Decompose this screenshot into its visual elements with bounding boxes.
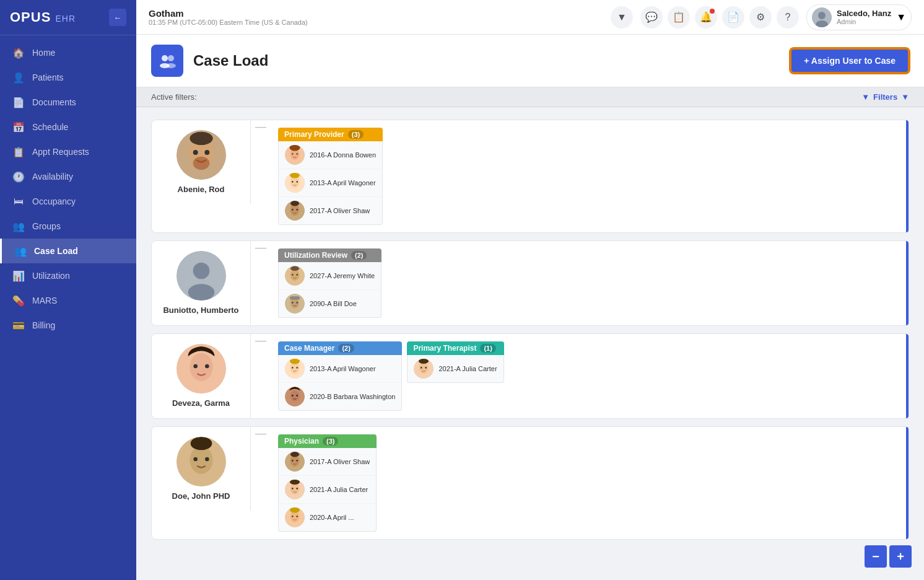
svg-point-27 <box>290 201 299 206</box>
case-row-2: Deveza, Garma —Case Manager(2) 2013-A Ap… <box>151 333 909 419</box>
notification-icon-btn[interactable]: 🔔 <box>695 6 717 29</box>
role-header-2-1: Primary Therapist(1) <box>407 341 503 355</box>
sidebar-item-mars[interactable]: 💊MARS <box>0 288 136 313</box>
svg-point-11 <box>204 150 209 155</box>
sidebar-item-occupancy[interactable]: 🛏Occupancy <box>0 189 136 214</box>
svg-point-46 <box>290 362 300 374</box>
provider-name-3: Doe, John PHD <box>172 491 230 501</box>
svg-point-55 <box>419 362 429 374</box>
sidebar-item-appt-requests[interactable]: 📋Appt Requests <box>0 139 136 164</box>
settings-icon-btn[interactable]: ⚙ <box>749 6 772 29</box>
patient-avatar <box>285 266 305 286</box>
patient-avatar <box>414 359 434 379</box>
back-button[interactable]: ← <box>109 9 126 26</box>
sidebar-item-documents[interactable]: 📄Documents <box>0 90 136 115</box>
patient-name: 2017-A Oliver Shaw <box>310 458 370 465</box>
role-group-2-1: Primary Therapist(1) 2021-A Julia Carter <box>407 341 503 411</box>
svg-point-6 <box>166 63 176 68</box>
list-item[interactable]: 2013-A April Wagoner <box>279 169 382 197</box>
patient-avatar <box>285 452 305 472</box>
sidebar-item-case-load[interactable]: 👥Case Load <box>0 239 136 263</box>
role-group-3-0: Physician(3) 2017-A Oliver Shaw <box>278 434 377 532</box>
svg-point-62 <box>205 457 209 462</box>
sidebar-label-occupancy: Occupancy <box>32 196 76 206</box>
svg-point-70 <box>290 483 300 494</box>
zoom-plus-button[interactable]: + <box>889 545 912 568</box>
svg-point-68 <box>290 452 299 457</box>
list-item[interactable]: 2013-A April Wagoner <box>279 355 401 383</box>
provider-card-1[interactable]: Buniotto, Humberto <box>152 241 251 325</box>
svg-point-56 <box>421 367 422 369</box>
provider-photo-3 <box>177 437 226 486</box>
svg-point-33 <box>292 274 294 276</box>
patient-avatar <box>285 387 305 406</box>
sidebar-label-schedule: Schedule <box>32 122 68 132</box>
connector-2: — <box>251 334 271 347</box>
sidebar-item-groups[interactable]: 👥Groups <box>0 214 136 239</box>
sidebar-label-billing: Billing <box>32 320 55 330</box>
provider-card-2[interactable]: Deveza, Garma <box>152 334 251 418</box>
list-item[interactable]: 2016-A Donna Bowen <box>279 141 382 169</box>
page-header: Case Load + Assign User to Case <box>136 35 924 87</box>
list-item[interactable]: 2017-A Oliver Shaw <box>279 197 382 224</box>
chat-icon-btn[interactable]: 💬 <box>640 6 663 29</box>
billing-icon: 💳 <box>12 319 25 332</box>
list-item[interactable]: 2027-A Jeremy White <box>279 262 381 290</box>
svg-point-30 <box>188 284 214 301</box>
document-icon-btn[interactable]: 📄 <box>722 6 744 29</box>
zoom-controls: − + <box>865 545 912 568</box>
provider-card-3[interactable]: Doe, John PHD <box>152 427 251 511</box>
list-item[interactable]: 2020-A April ... <box>279 504 376 531</box>
help-icon-btn[interactable]: ? <box>777 6 799 29</box>
sidebar-item-patients[interactable]: 👤Patients <box>0 65 136 90</box>
list-item[interactable]: 2090-A Bill Doe <box>279 290 381 317</box>
patient-name: 2021-A Julia Carter <box>438 365 497 372</box>
case-row-1: Buniotto, Humberto —Utilization Review(2… <box>151 240 909 326</box>
provider-photo-2 <box>177 344 226 393</box>
schedule-icon: 📅 <box>12 121 25 133</box>
sidebar-item-billing[interactable]: 💳Billing <box>0 313 136 338</box>
filters-button[interactable]: ▼ Filters ▼ <box>861 92 909 102</box>
provider-name-0: Abenie, Rod <box>178 185 225 194</box>
patients-list-2-1: 2021-A Julia Carter <box>407 355 503 383</box>
roles-section-0: Primary Provider(3) 2016-A Donna Bowen <box>271 120 909 232</box>
patient-avatar <box>285 201 305 221</box>
filters-bar: Active filters: ▼ Filters ▼ <box>136 87 924 107</box>
list-item[interactable]: 2020-B Barbara Washington <box>279 383 401 410</box>
role-header-2-0: Case Manager(2) <box>278 341 402 355</box>
sidebar-label-groups: Groups <box>32 221 61 231</box>
svg-point-15 <box>292 153 294 155</box>
filters-label: Active filters: <box>151 92 854 102</box>
user-chevron-icon: ▼ <box>896 12 906 23</box>
sidebar-item-availability[interactable]: 🕐Availability <box>0 164 136 189</box>
role-header-0-0: Primary Provider(3) <box>278 128 383 141</box>
list-item[interactable]: 2021-A Julia Carter <box>408 355 503 382</box>
patient-name: 2021-A Julia Carter <box>310 486 368 493</box>
documents-icon: 📄 <box>12 96 25 108</box>
svg-point-61 <box>193 457 198 462</box>
list-item[interactable]: 2021-A Julia Carter <box>279 476 376 504</box>
user-badge[interactable]: Salcedo, Hanz Admin ▼ <box>806 4 912 30</box>
patients-list-1-0: 2027-A Jeremy White 2090-A Bill Doe <box>278 262 381 318</box>
assign-user-button[interactable]: + Assign User to Case <box>790 48 909 73</box>
svg-point-4 <box>168 55 174 61</box>
sidebar-label-case-load: Case Load <box>34 246 78 256</box>
list-item[interactable]: 2017-A Oliver Shaw <box>279 448 376 476</box>
sidebar-item-schedule[interactable]: 📅Schedule <box>0 115 136 139</box>
sidebar-item-home[interactable]: 🏠Home <box>0 40 136 65</box>
clipboard-icon-btn[interactable]: 📋 <box>668 6 690 29</box>
svg-rect-40 <box>290 296 300 299</box>
sidebar-item-utilization[interactable]: 📊Utilization <box>0 263 136 288</box>
role-count: (2) <box>338 344 354 353</box>
user-info: Salcedo, Hanz Admin <box>837 9 891 25</box>
role-count: (1) <box>480 344 495 353</box>
patients-icon: 👤 <box>12 71 25 84</box>
patients-list-3-0: 2017-A Oliver Shaw 2021-A Julia Carter <box>278 448 377 532</box>
patient-avatar <box>285 173 305 193</box>
provider-card-0[interactable]: Abenie, Rod <box>152 120 251 204</box>
zoom-minus-button[interactable]: − <box>865 545 887 568</box>
role-header-1-0: Utilization Review(2) <box>278 248 381 262</box>
dropdown-toggle[interactable]: ▼ <box>611 6 633 29</box>
role-count: (3) <box>348 130 364 139</box>
svg-point-12 <box>190 132 212 145</box>
